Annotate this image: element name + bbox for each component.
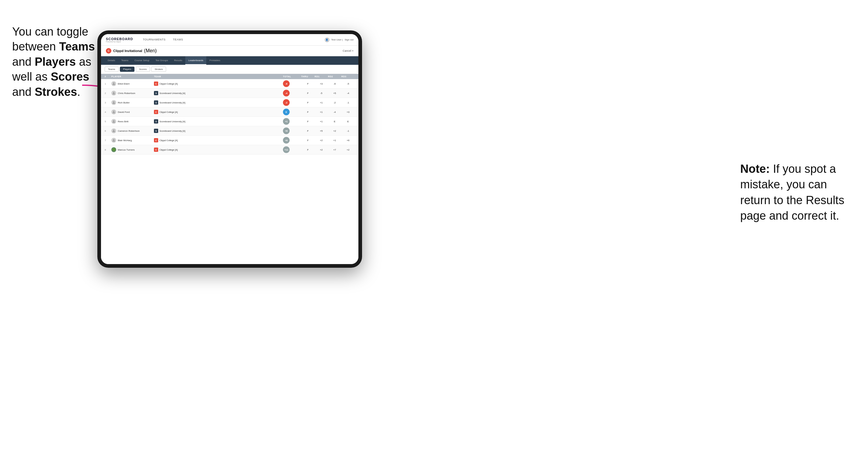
player-name: Blair McHarg xyxy=(118,139,132,142)
tournament-name: Clippd Invitational xyxy=(113,49,142,53)
toggle-strokes[interactable]: Strokes xyxy=(151,67,166,72)
total-cell: -8 xyxy=(283,80,301,87)
rank-cell: 2 xyxy=(105,92,111,95)
team-name: Scoreboard University [A] xyxy=(159,130,185,132)
score-badge: -2 xyxy=(283,99,290,106)
thru-cell: F xyxy=(301,139,315,142)
score-badge: -4 xyxy=(283,90,290,96)
rank-cell: 5 xyxy=(105,120,111,123)
col-team: TEAM xyxy=(154,75,283,78)
nav-tournaments[interactable]: TOURNAMENTS xyxy=(139,34,169,45)
avatar xyxy=(111,138,116,143)
rd2-cell: +2 xyxy=(328,130,341,132)
svg-point-2 xyxy=(113,92,114,93)
toggle-scores[interactable]: Scores xyxy=(136,67,150,72)
sub-nav: Details Teams Course Setup Tee Groups Re… xyxy=(101,56,359,65)
tab-course-setup[interactable]: Course Setup xyxy=(131,56,152,65)
rd1-cell: +1 xyxy=(315,101,328,104)
col-player: PLAYER xyxy=(111,75,154,78)
total-cell: +6 xyxy=(283,127,301,134)
player-cell: Elliot Ebert xyxy=(111,81,154,86)
rd3-cell: +3 xyxy=(341,111,355,114)
tab-details[interactable]: Details xyxy=(105,56,118,65)
svg-point-3 xyxy=(113,101,114,102)
table-row: 5 Rees Britt S Scoreboard University [A]… xyxy=(101,117,359,126)
user-text: Test User | xyxy=(331,38,343,41)
player-cell: David Ford xyxy=(111,110,154,115)
total-cell: E xyxy=(283,108,301,115)
player-name: Rich Butler xyxy=(118,101,130,104)
col-total: TOTAL xyxy=(283,75,301,78)
rd1-cell: +5 xyxy=(315,130,328,132)
nav-teams[interactable]: TEAMS xyxy=(169,34,187,45)
rd2-cell: -2 xyxy=(328,101,341,104)
total-cell: +8 xyxy=(283,137,301,144)
avatar xyxy=(111,128,116,133)
sign-out-link[interactable]: Sign out xyxy=(345,38,353,41)
rd2-cell: +5 xyxy=(328,92,341,95)
thru-cell: F xyxy=(301,120,315,123)
note-label: Note: xyxy=(740,162,770,175)
toggle-row: Teams Players Scores Strokes xyxy=(101,65,359,74)
tablet-frame: SCOREBOARD Powered by clippd TOURNAMENTS… xyxy=(97,30,362,268)
tab-results[interactable]: Results xyxy=(171,56,185,65)
player-name: Chris Robertson xyxy=(118,92,135,95)
toggle-teams[interactable]: Teams xyxy=(105,67,119,72)
nav-right: 👤 Test User | Sign out xyxy=(324,37,353,42)
svg-point-7 xyxy=(113,139,114,140)
score-badge: E xyxy=(283,108,290,115)
avatar xyxy=(111,81,116,86)
team-logo: S xyxy=(154,119,158,124)
thru-cell: F xyxy=(301,111,315,114)
table-row: 3 Rich Butler S Scoreboard University [A… xyxy=(101,98,359,107)
rd2-cell: E xyxy=(328,120,341,123)
table-row: 2 Chris Robertson S Scoreboard Universit… xyxy=(101,89,359,98)
col-rank: # xyxy=(105,75,111,78)
logo-title: SCOREBOARD xyxy=(106,37,133,41)
team-name: Scoreboard University [A] xyxy=(159,92,185,95)
svg-point-5 xyxy=(113,120,114,121)
rd3-cell: -1 xyxy=(341,101,355,104)
avatar xyxy=(111,91,116,96)
score-badge: +11 xyxy=(283,146,290,153)
team-cell: S Scoreboard University [A] xyxy=(154,119,283,124)
cancel-button[interactable]: Cancel × xyxy=(343,49,353,52)
rd3-cell: +2 xyxy=(341,149,355,151)
player-name: David Ford xyxy=(118,111,130,114)
avatar xyxy=(111,100,116,105)
team-name: Scoreboard University [A] xyxy=(159,120,185,123)
nav-links: TOURNAMENTS TEAMS xyxy=(139,34,324,45)
score-badge: +8 xyxy=(283,137,290,144)
tournament-header: C Clippd Invitational (Men) Cancel × xyxy=(101,45,359,56)
score-badge: +6 xyxy=(283,127,290,134)
player-cell: Blair McHarg xyxy=(111,138,154,143)
rank-cell: 8 xyxy=(105,149,111,151)
thru-cell: F xyxy=(301,149,315,151)
tab-tee-groups[interactable]: Tee Groups xyxy=(152,56,171,65)
table-row: 7 Blair McHarg C Clippd College [A] +8 F… xyxy=(101,136,359,145)
tab-leaderboards[interactable]: Leaderboards xyxy=(185,56,206,65)
toggle-players[interactable]: Players xyxy=(120,67,135,72)
svg-point-1 xyxy=(113,83,114,84)
rd3-cell: -5 xyxy=(341,83,355,85)
tournament-title-row: C Clippd Invitational (Men) xyxy=(106,48,157,54)
team-logo: C xyxy=(154,148,158,152)
table-row: 8 🌿 Marcus Turners C Clippd College [A] … xyxy=(101,145,359,155)
col-rd3: RD3 xyxy=(341,75,355,78)
rd3-cell: +6 xyxy=(341,139,355,142)
total-cell: +11 xyxy=(283,146,301,153)
tournament-gender: (Men) xyxy=(144,48,157,54)
rank-cell: 6 xyxy=(105,130,111,132)
team-logo: S xyxy=(154,129,158,133)
logo-subtitle: Powered by clippd xyxy=(106,41,133,42)
table-row: 6 Cameron Robertson S Scoreboard Univers… xyxy=(101,126,359,136)
thru-cell: F xyxy=(301,83,315,85)
tab-teams[interactable]: Teams xyxy=(118,56,131,65)
rd1-cell: -5 xyxy=(315,92,328,95)
nav-bar: SCOREBOARD Powered by clippd TOURNAMENTS… xyxy=(101,34,359,45)
rd1-cell: +1 xyxy=(315,120,328,123)
player-name: Elliot Ebert xyxy=(118,83,130,85)
tab-printables[interactable]: Printables xyxy=(206,56,223,65)
player-cell: 🌿 Marcus Turners xyxy=(111,147,154,152)
svg-point-6 xyxy=(113,130,114,131)
